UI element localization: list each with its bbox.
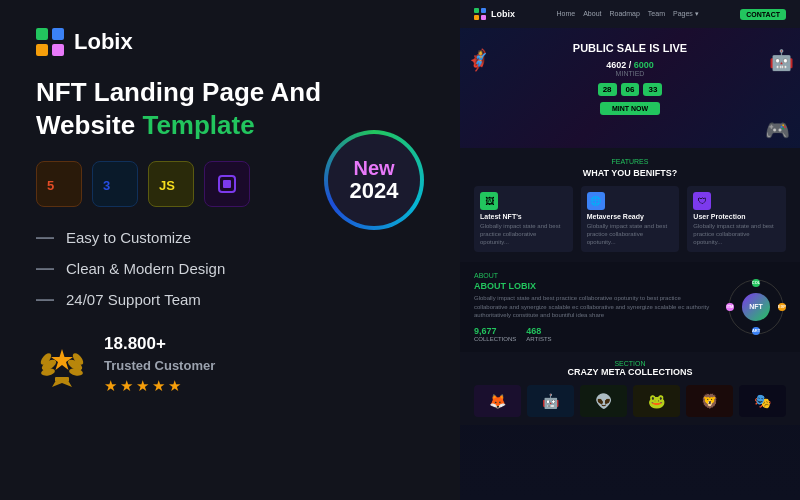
svg-rect-21 bbox=[481, 15, 486, 20]
star-2: ★ bbox=[120, 377, 133, 395]
svg-text:JS: JS bbox=[159, 178, 175, 193]
new-badge-container: New 2024 bbox=[324, 130, 424, 230]
hero-mint-button[interactable]: MINT NOW bbox=[600, 102, 660, 115]
hero-char-bottom: 🎮 bbox=[765, 118, 790, 142]
customer-count: 18.800+ bbox=[104, 334, 215, 354]
hero-char-left: 🦸 bbox=[466, 48, 491, 72]
count-box-2: 06 bbox=[621, 83, 640, 96]
feature-item-1: — Easy to Customize bbox=[36, 227, 424, 248]
new-badge-outer: New 2024 bbox=[324, 130, 424, 230]
nav-link-roadmap: Roadmap bbox=[610, 10, 640, 18]
badge-css: 3 bbox=[92, 161, 138, 207]
logo-area: Lobix bbox=[36, 28, 424, 56]
about-title: ABOUT LOBIX bbox=[474, 281, 716, 291]
year-text: 2024 bbox=[350, 179, 399, 203]
feature-label-1: Easy to Customize bbox=[66, 229, 191, 246]
logo-icon bbox=[36, 28, 64, 56]
count-box-1: 28 bbox=[598, 83, 617, 96]
mini-nav: Lobix Home About Roadmap Team Pages ▾ CO… bbox=[460, 0, 800, 28]
left-panel: Lobix NFT Landing Page And Website Templ… bbox=[0, 0, 460, 500]
badge-js: JS bbox=[148, 161, 194, 207]
benefit-title-3: User Protection bbox=[693, 213, 780, 220]
star-4: ★ bbox=[152, 377, 165, 395]
stat-minted: 4602 / 6000 MINTIED bbox=[606, 60, 654, 77]
feature-label-2: Clean & Modern Design bbox=[66, 260, 225, 277]
nft-dot-4: ITM bbox=[726, 303, 734, 311]
title-line1: NFT Landing Page And bbox=[36, 77, 321, 107]
new-text: New bbox=[353, 157, 394, 179]
collections-title: CRAZY META COLLECTIONS bbox=[474, 367, 786, 377]
count-box-3: 33 bbox=[643, 83, 662, 96]
logo-text: Lobix bbox=[74, 29, 133, 55]
collection-card-4: 🐸 bbox=[633, 385, 680, 417]
svg-rect-0 bbox=[36, 28, 48, 40]
hero-stats: 4602 / 6000 MINTIED bbox=[474, 60, 786, 77]
svg-rect-20 bbox=[474, 15, 479, 20]
preview-screen: Lobix Home About Roadmap Team Pages ▾ CO… bbox=[460, 0, 800, 500]
nft-center-label: NFT bbox=[742, 293, 770, 321]
mini-nav-logo: Lobix bbox=[474, 8, 515, 20]
benefit-icon-1: 🖼 bbox=[480, 192, 498, 210]
benefit-title-2: Metaverse Ready bbox=[587, 213, 674, 220]
benefits-section: FEATURES WHAT YOU BENIFTS? 🖼 Latest NFT'… bbox=[460, 148, 800, 262]
nav-link-team: Team bbox=[648, 10, 665, 18]
collection-card-3: 👽 bbox=[580, 385, 627, 417]
hero-title: PUBLIC SALE IS LIVE bbox=[474, 42, 786, 54]
features-list: — Easy to Customize — Clean & Modern Des… bbox=[36, 227, 424, 310]
svg-marker-17 bbox=[52, 382, 72, 387]
benefits-grid: 🖼 Latest NFT's Globally impact state and… bbox=[474, 186, 786, 252]
svg-text:3: 3 bbox=[103, 178, 110, 193]
feature-item-2: — Clean & Modern Design bbox=[36, 258, 424, 279]
benefit-card-3: 🛡 User Protection Globally impact state … bbox=[687, 186, 786, 252]
badge-html: 5 bbox=[36, 161, 82, 207]
svg-rect-19 bbox=[481, 8, 486, 13]
benefit-card-1: 🖼 Latest NFT's Globally impact state and… bbox=[474, 186, 573, 252]
collection-card-1: 🦊 bbox=[474, 385, 521, 417]
star-1: ★ bbox=[104, 377, 117, 395]
title-line2: Website bbox=[36, 110, 142, 140]
stat-minted-label: MINTIED bbox=[606, 70, 654, 77]
nft-dot-2: ART bbox=[752, 327, 760, 335]
right-panel: Lobix Home About Roadmap Team Pages ▾ CO… bbox=[460, 0, 800, 500]
nav-link-home: Home bbox=[557, 10, 576, 18]
stars: ★ ★ ★ ★ ★ bbox=[104, 377, 215, 395]
collection-card-2: 🤖 bbox=[527, 385, 574, 417]
benefit-desc-2: Globally impact state and best practice … bbox=[587, 223, 674, 246]
collections-section-label: SECTION bbox=[474, 360, 786, 367]
customer-area: 18.800+ Trusted Customer ★ ★ ★ ★ ★ bbox=[36, 334, 424, 395]
dash-icon-1: — bbox=[36, 227, 54, 248]
mini-nav-logo-text: Lobix bbox=[491, 9, 515, 19]
customer-label: Trusted Customer bbox=[104, 358, 215, 373]
star-5: ★ bbox=[168, 377, 181, 395]
about-stat-num-1: 9,677 bbox=[474, 326, 516, 336]
feature-item-3: — 24/07 Support Team bbox=[36, 289, 424, 310]
mini-nav-links: Home About Roadmap Team Pages ▾ bbox=[557, 10, 699, 18]
benefit-title-1: Latest NFT's bbox=[480, 213, 567, 220]
dash-icon-3: — bbox=[36, 289, 54, 310]
dash-icon-2: — bbox=[36, 258, 54, 279]
benefit-card-2: 🌐 Metaverse Ready Globally impact state … bbox=[581, 186, 680, 252]
customer-info: 18.800+ Trusted Customer ★ ★ ★ ★ ★ bbox=[104, 334, 215, 395]
benefits-section-label: FEATURES bbox=[474, 158, 786, 165]
svg-marker-15 bbox=[51, 349, 73, 370]
nft-diagram: NFT COL ART EXP ITM bbox=[726, 277, 786, 337]
svg-rect-8 bbox=[223, 180, 231, 188]
svg-rect-18 bbox=[474, 8, 479, 13]
badge-box bbox=[204, 161, 250, 207]
collections-section: SECTION CRAZY META COLLECTIONS 🦊 🤖 👽 🐸 🦁… bbox=[460, 352, 800, 425]
collection-card-6: 🎭 bbox=[739, 385, 786, 417]
benefit-desc-1: Globally impact state and best practice … bbox=[480, 223, 567, 246]
benefit-icon-2: 🌐 bbox=[587, 192, 605, 210]
benefits-section-title: WHAT YOU BENIFTS? bbox=[474, 168, 786, 178]
svg-rect-2 bbox=[36, 44, 48, 56]
svg-rect-16 bbox=[55, 377, 69, 382]
about-stat-label-2: ARTISTS bbox=[526, 336, 551, 342]
svg-rect-1 bbox=[52, 28, 64, 40]
nav-contact-button[interactable]: CONTACT bbox=[740, 9, 786, 20]
feature-label-3: 24/07 Support Team bbox=[66, 291, 201, 308]
about-stat-2: 468 ARTISTS bbox=[526, 326, 551, 342]
about-stat-num-2: 468 bbox=[526, 326, 551, 336]
hero-char-right: 🤖 bbox=[769, 48, 794, 72]
about-desc: Globally impact state and best practice … bbox=[474, 294, 716, 319]
about-stats: 9,677 COLLECTIONS 468 ARTISTS bbox=[474, 326, 716, 342]
